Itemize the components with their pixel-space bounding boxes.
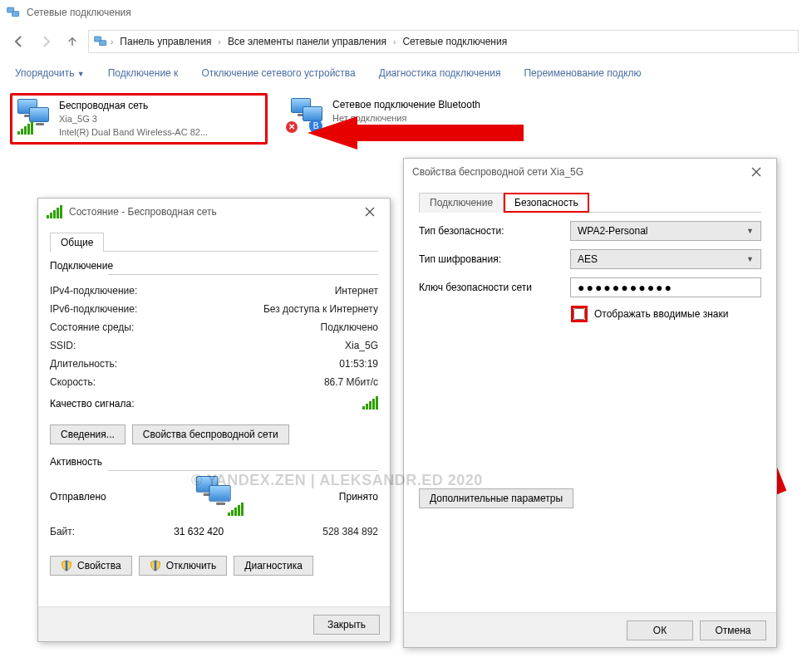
show-characters-label: Отображать вводимые знаки <box>594 308 728 320</box>
bytes-sent-value: 31 632 420 <box>75 526 322 537</box>
separator <box>108 274 378 275</box>
wifi-properties-button[interactable]: Свойства беспроводной сети <box>132 424 289 444</box>
ipv4-value: Интернет <box>335 285 378 297</box>
arrow-up-icon <box>66 36 78 47</box>
disable-button[interactable]: Отключить <box>139 556 228 576</box>
dialog-footer: Закрыть <box>38 606 390 641</box>
breadcrumb[interactable]: › Панель управления › Все элементы панел… <box>88 30 799 53</box>
disabled-x-icon: ✕ <box>286 121 298 133</box>
dialog-titlebar[interactable]: Состояние - Беспроводная сеть <box>38 199 390 225</box>
status-dialog: Состояние - Беспроводная сеть Общие Подк… <box>37 198 391 642</box>
chevron-down-icon: ▼ <box>77 70 85 78</box>
diagnose-button[interactable]: Диагностика <box>234 556 313 576</box>
ipv6-value: Без доступа к Интернету <box>263 303 378 315</box>
ssid-label: SSID: <box>50 340 76 351</box>
network-icon <box>94 35 107 48</box>
shield-icon <box>150 560 161 571</box>
details-button[interactable]: Сведения... <box>50 424 125 444</box>
annotation-arrow <box>308 116 524 150</box>
dialog-footer: ОК Отмена <box>404 612 776 647</box>
activity-icon <box>198 478 248 516</box>
encryption-type-label: Тип шифрования: <box>419 253 560 265</box>
speed-label: Скорость: <box>50 376 96 388</box>
breadcrumb-item[interactable]: Сетевые подключения <box>399 34 510 49</box>
show-characters-row: Отображать вводимые знаки <box>570 306 761 322</box>
bytes-label: Байт: <box>50 526 75 537</box>
network-icon <box>7 6 20 19</box>
close-icon <box>751 167 761 177</box>
ipv4-label: IPv4-подключение: <box>50 285 137 297</box>
tab-connection[interactable]: Подключение <box>419 193 504 213</box>
media-value: Подключено <box>321 321 378 333</box>
tab-bar: Общие <box>50 232 378 252</box>
group-connection-label: Подключение <box>50 260 378 272</box>
svg-rect-1 <box>12 12 19 17</box>
window-title: Сетевые подключения <box>27 7 131 18</box>
nav-up-button[interactable] <box>62 31 83 52</box>
arrow-right-icon <box>39 35 52 48</box>
nav-forward-button[interactable] <box>35 31 57 52</box>
duration-label: Длительность: <box>50 358 117 370</box>
duration-value: 01:53:19 <box>339 358 378 370</box>
chevron-down-icon: ▼ <box>746 255 754 263</box>
security-type-combo[interactable]: WPA2-Personal ▼ <box>570 221 761 241</box>
close-icon <box>365 207 375 217</box>
chevron-right-icon: › <box>391 37 397 47</box>
svg-marker-4 <box>308 116 524 150</box>
group-activity-label: Активность <box>50 456 378 468</box>
shield-icon <box>61 560 72 571</box>
dialog-title: Свойства беспроводной сети Xia_5G <box>412 166 583 178</box>
adapter-wifi-icon <box>17 99 52 134</box>
signal-bars-icon <box>228 503 244 516</box>
chevron-right-icon: › <box>217 37 223 47</box>
dialog-title: Состояние - Беспроводная сеть <box>69 206 217 218</box>
adapter-name: Беспроводная сеть <box>59 99 208 112</box>
chevron-right-icon: › <box>109 37 115 47</box>
toolbar: Упорядочить ▼ Подключение к Отключение с… <box>0 58 807 88</box>
chevron-down-icon: ▼ <box>746 227 754 235</box>
separator <box>108 470 378 471</box>
address-bar: › Панель управления › Все элементы панел… <box>0 25 807 58</box>
activity-recv-label: Принято <box>339 491 378 503</box>
toolbar-diagnose[interactable]: Диагностика подключения <box>379 67 501 79</box>
signal-quality-label: Качество сигнала: <box>50 398 134 410</box>
nav-back-button[interactable] <box>8 31 30 52</box>
bytes-recv-value: 528 384 892 <box>322 526 378 537</box>
properties-button-label: Свойства <box>77 560 121 571</box>
tab-bar: Подключение Безопасность <box>419 192 761 213</box>
titlebar: Сетевые подключения <box>0 0 807 25</box>
signal-bars-icon <box>47 205 62 218</box>
adapter-wireless[interactable]: Беспроводная сеть Xia_5G 3 Intel(R) Dual… <box>10 93 268 145</box>
toolbar-organize[interactable]: Упорядочить ▼ <box>15 67 85 79</box>
show-characters-checkbox[interactable] <box>573 308 585 320</box>
security-type-value: WPA2-Personal <box>578 225 647 237</box>
toolbar-connect-to[interactable]: Подключение к <box>108 67 179 79</box>
ok-button[interactable]: ОК <box>627 620 693 640</box>
properties-button[interactable]: Свойства <box>50 556 132 576</box>
cancel-button[interactable]: Отмена <box>700 620 766 640</box>
close-button[interactable] <box>358 203 381 221</box>
network-key-input[interactable] <box>570 277 761 297</box>
disable-button-label: Отключить <box>166 560 217 571</box>
svg-rect-3 <box>100 41 106 46</box>
network-key-label: Ключ безопасности сети <box>419 282 560 293</box>
tab-security[interactable]: Безопасность <box>504 193 589 213</box>
adapter-device: Intel(R) Dual Band Wireless-AC 82... <box>59 125 208 139</box>
activity-sent-label: Отправлено <box>50 491 106 503</box>
toolbar-rename[interactable]: Переименование подклю <box>524 67 641 79</box>
dialog-titlebar[interactable]: Свойства беспроводной сети Xia_5G <box>404 159 776 185</box>
advanced-settings-button[interactable]: Дополнительные параметры <box>419 488 573 508</box>
ssid-value: Xia_5G <box>345 340 378 351</box>
encryption-type-value: AES <box>578 253 598 265</box>
toolbar-disable-device[interactable]: Отключение сетевого устройства <box>201 67 355 79</box>
tab-general[interactable]: Общие <box>50 233 104 252</box>
security-type-label: Тип безопасности: <box>419 225 560 237</box>
breadcrumb-item[interactable]: Все элементы панели управления <box>224 34 390 49</box>
media-label: Состояние среды: <box>50 321 134 333</box>
encryption-type-combo[interactable]: AES ▼ <box>570 249 761 269</box>
adapter-name: Сетевое подключение Bluetooth <box>332 98 480 111</box>
signal-bars-icon <box>362 396 378 410</box>
close-dialog-button[interactable]: Закрыть <box>313 615 380 635</box>
close-button[interactable] <box>745 163 768 181</box>
breadcrumb-item[interactable]: Панель управления <box>116 34 214 49</box>
